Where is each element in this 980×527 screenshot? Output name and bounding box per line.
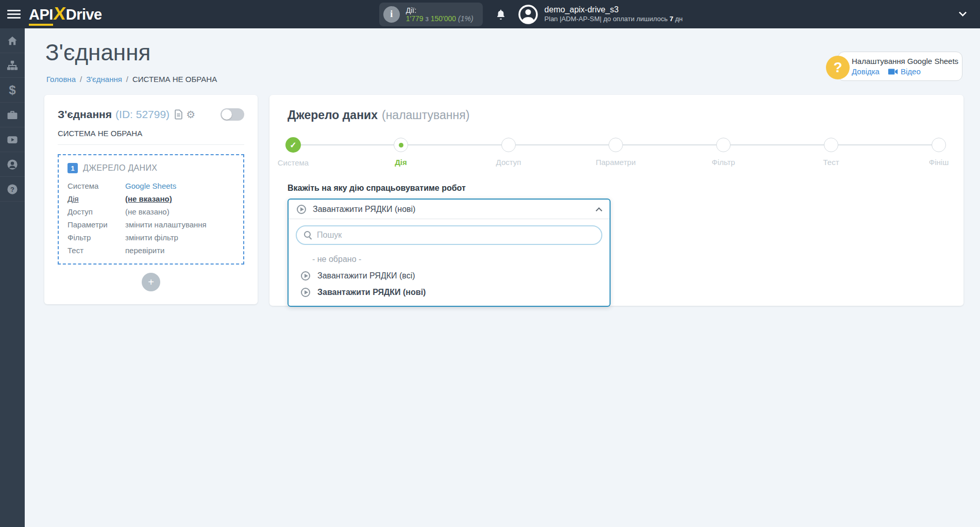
row-access: Доступ (не вказано) [67, 205, 234, 218]
step-finish[interactable]: ✓ Фініш [900, 137, 977, 167]
app-logo[interactable]: APIXDrive [29, 3, 102, 26]
step-circle: ✓ [716, 138, 731, 152]
step-action[interactable]: ✓ Дія [362, 137, 440, 167]
sidebar: $ ? [0, 28, 25, 527]
step-circle-active: ✓ [394, 138, 408, 152]
action-select: Завантажити РЯДКИ (нові) - не обрано - З… [288, 199, 611, 307]
days-left: 7 [669, 15, 673, 23]
connection-toggle[interactable] [221, 108, 244, 121]
topbar: APIXDrive i Дії: 1'779 з 150'000 (1%) de… [0, 0, 980, 28]
action-question-label: Вкажіть на яку дію спрацьовуватиме робот [288, 184, 466, 193]
chevron-up-icon [596, 207, 602, 214]
breadcrumb-home[interactable]: Головна [46, 75, 76, 84]
panel-subtitle: (налаштування) [382, 108, 469, 122]
sidebar-item-profile[interactable] [0, 152, 25, 177]
step-number-badge: 1 [67, 163, 78, 173]
add-step-button[interactable]: + [142, 273, 160, 291]
search-icon [304, 231, 312, 239]
breadcrumb-separator: / [80, 75, 82, 84]
row-system: Система Google Sheets [67, 179, 234, 192]
step-circle-done: ✓ [285, 137, 301, 153]
active-dot [399, 143, 403, 147]
options-list: - не обрано - Завантажити РЯДКИ (всі) За… [296, 251, 602, 301]
notifications-icon[interactable] [495, 8, 506, 21]
help-box: ? Налаштування Google Sheets Довідка Від… [838, 52, 962, 81]
video-icon [7, 134, 18, 145]
step-progress: ✓ Система ✓ Дія ✓ Доступ ✓ Параметри ✓ Ф… [288, 137, 952, 173]
row-action: Дія (не вказано) [67, 192, 234, 205]
avatar[interactable] [518, 4, 538, 25]
step-access[interactable]: ✓ Доступ [470, 137, 547, 167]
logo-part-drive: Drive [66, 6, 102, 23]
sidebar-item-connections[interactable] [0, 53, 25, 78]
step-circle: ✓ [501, 138, 516, 152]
svg-text:?: ? [10, 185, 14, 193]
data-source-panel: Джерело даних (налаштування) ✓ Система ✓… [269, 95, 964, 306]
briefcase-icon [7, 109, 18, 121]
breadcrumb-separator: / [126, 75, 128, 84]
logo-part-x: X [53, 3, 66, 24]
data-source-block[interactable]: 1 ДЖЕРЕЛО ДАНИХ Система Google Sheets Ді… [58, 154, 244, 265]
connection-card: З'єднання (ID: 52799) ⚙ СИСТЕМА НЕ ОБРАН… [44, 95, 258, 304]
selected-action: Завантажити РЯДКИ (нові) [313, 205, 415, 214]
menu-icon[interactable] [7, 8, 21, 21]
step-system[interactable]: ✓ Система [255, 137, 332, 167]
search-input[interactable] [317, 230, 594, 240]
user-menu[interactable]: demo_apix-drive_s3 Plan |ADM-AP-SM| до о… [545, 5, 683, 24]
step-circle: ✓ [932, 138, 946, 152]
option-load-rows-new[interactable]: Завантажити РЯДКИ (нові) [296, 284, 602, 301]
actions-usage: 1'779 з 150'000 (1%) [406, 14, 474, 23]
user-icon [7, 159, 18, 170]
document-icon[interactable] [174, 109, 183, 120]
actions-connector: з [425, 14, 428, 23]
sidebar-item-help[interactable]: ? [0, 177, 25, 202]
help-docs-link[interactable]: Довідка [852, 67, 880, 76]
help-video-link[interactable]: Відео [901, 67, 921, 76]
play-icon [297, 205, 306, 214]
video-camera-icon [888, 68, 898, 76]
actions-used: 1'779 [406, 14, 424, 23]
toggle-knob [222, 109, 232, 120]
actions-percent: (1%) [458, 14, 474, 23]
page-title: З'єднання [45, 40, 150, 65]
step-filter[interactable]: ✓ Фільтр [685, 137, 762, 167]
question-icon[interactable]: ? [826, 56, 850, 79]
row-filter: Фільтр змінити фільтр [67, 231, 234, 244]
data-source-heading: ДЖЕРЕЛО ДАНИХ [83, 163, 157, 173]
sitemap-icon [7, 60, 18, 71]
user-name: demo_apix-drive_s3 [545, 5, 683, 14]
connection-status: СИСТЕМА НЕ ОБРАНА [58, 129, 244, 145]
row-parameters: Параметри змінити налаштування [67, 218, 234, 231]
home-icon [7, 35, 18, 46]
sidebar-item-billing[interactable]: $ [0, 78, 25, 103]
panel-title: Джерело даних [288, 108, 378, 122]
sidebar-item-services[interactable] [0, 103, 25, 127]
chevron-down-icon[interactable] [959, 9, 967, 17]
gear-icon[interactable]: ⚙ [186, 109, 195, 120]
info-icon: i [383, 6, 400, 23]
play-icon [301, 288, 310, 297]
option-not-selected[interactable]: - не обрано - [296, 251, 602, 268]
step-parameters[interactable]: ✓ Параметри [577, 137, 654, 167]
help-title: Налаштування Google Sheets [852, 57, 955, 65]
actions-counter[interactable]: i Дії: 1'779 з 150'000 (1%) [379, 3, 483, 26]
logo-part-api: API [29, 6, 53, 26]
dropdown-search[interactable] [296, 225, 602, 245]
option-load-rows-all[interactable]: Завантажити РЯДКИ (всі) [296, 268, 602, 284]
breadcrumb-connections[interactable]: З'єднання [86, 75, 122, 84]
sidebar-item-videos[interactable] [0, 127, 25, 152]
row-test: Тест перевірити [67, 244, 234, 257]
dollar-icon: $ [9, 83, 15, 97]
actions-label: Дії: [406, 6, 474, 14]
sidebar-item-home[interactable] [0, 28, 25, 53]
action-select-value-row[interactable]: Завантажити РЯДКИ (нові) [289, 200, 610, 219]
play-icon [301, 271, 310, 281]
action-dropdown: - не обрано - Завантажити РЯДКИ (всі) За… [289, 219, 610, 306]
step-circle: ✓ [609, 138, 623, 152]
content-area: З'єднання Головна / З'єднання / СИСТЕМА … [25, 28, 980, 527]
step-test[interactable]: ✓ Тест [792, 137, 870, 167]
user-plan: Plan |ADM-AP-SM| до оплати лишилось 7 дн [545, 14, 683, 24]
connection-title: З'єднання [58, 108, 112, 121]
connection-id: (ID: 52799) [115, 108, 170, 121]
breadcrumb-current: СИСТЕМА НЕ ОБРАНА [132, 75, 217, 84]
